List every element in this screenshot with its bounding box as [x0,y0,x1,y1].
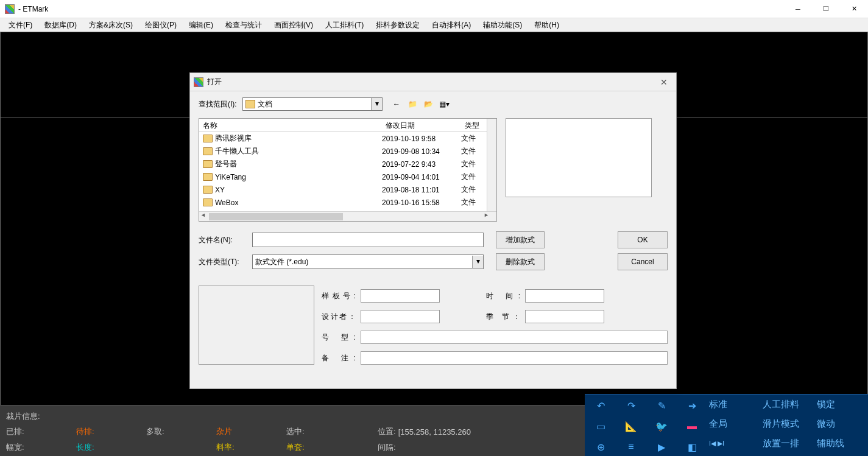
mode-placerow[interactable]: 放置一排 [760,438,814,449]
lookin-combo[interactable]: 文档 ▾ [242,97,383,111]
menu-aux[interactable]: 辅助功能(S) [477,19,528,32]
col-name[interactable]: 名称 [199,119,382,132]
tool-icon-grid: ↶ ↷ ✎ ➔ ▭ 📐 🐦 ▬ ⊕ ≡ ▶ ◧ [585,395,707,456]
up-icon[interactable]: 📁 [407,99,418,110]
maximize-button[interactable]: ☐ [812,0,840,18]
chevron-down-icon[interactable]: ▾ [472,256,483,268]
chevron-down-icon[interactable]: ▾ [371,98,382,110]
menu-scheme[interactable]: 方案&床次(S) [83,19,139,32]
status-title: 裁片信息: [6,411,40,422]
sample-label: 样板号: [322,291,356,301]
mode-micro[interactable]: 微动 [814,418,868,430]
viewmode-icon[interactable]: ▦▾ [439,99,450,110]
sample-input[interactable] [361,289,440,303]
list-item[interactable]: 千牛懒人工具2019-09-08 10:34文件 [199,145,496,158]
stat-width: 幅宽: [6,442,76,453]
designer-input[interactable] [361,310,440,323]
dialog-titlebar: 打开 ✕ [190,73,676,91]
undo-icon[interactable]: ↶ [586,396,615,415]
mode-standard[interactable]: 标准 [707,399,760,410]
menu-manual[interactable]: 人工排料(T) [319,19,370,32]
folder-icon [203,186,213,194]
file-date: 2019-07-22 9:43 [382,160,461,169]
list-item[interactable]: YiKeTang2019-09-04 14:01文件 [199,170,496,183]
menu-database[interactable]: 数据库(D) [38,19,83,32]
horizontal-scrollbar[interactable] [199,211,496,221]
menu-plotter[interactable]: 绘图仪(P) [139,19,183,32]
filetype-combo[interactable]: 款式文件 (*.edu) ▾ [252,254,484,269]
add-style-button[interactable]: 增加款式 [496,231,545,248]
file-date: 2019-10-16 15:58 [382,198,461,207]
mode-guide[interactable]: 辅助线 [814,438,868,449]
back-icon[interactable]: ← [391,99,402,110]
measure-icon[interactable]: 📐 [616,416,646,436]
rect-icon[interactable]: ◧ [677,437,707,456]
file-date: 2019-09-04 14:01 [382,173,461,181]
layers-icon[interactable]: ≡ [616,437,646,456]
stat-pos-label: 位置: [378,426,396,437]
file-type: 文件 [461,172,485,182]
redo-icon[interactable]: ↷ [616,396,646,415]
season-label: 季 节： [486,312,520,322]
size-label: 号 型: [322,332,356,343]
file-name: YiKeTang [215,173,382,181]
brush-icon[interactable]: ✎ [647,396,676,415]
menu-check[interactable]: 检查与统计 [219,19,268,32]
vertical-scrollbar[interactable] [487,119,496,221]
col-date[interactable]: 修改日期 [382,119,461,132]
minimize-button[interactable]: ─ [784,0,812,18]
menu-auto[interactable]: 自动排料(A) [426,19,477,32]
designer-label: 设计者： [322,312,356,322]
file-type: 文件 [461,159,485,169]
time-label: 时 间: [486,291,520,301]
newfolder-icon[interactable]: 📂 [423,99,434,110]
list-item[interactable]: 腾讯影视库2019-10-19 9:58文件 [199,132,496,145]
filetype-value: 款式文件 (*.edu) [253,257,472,267]
cancel-button[interactable]: Cancel [618,253,668,270]
mode-lock[interactable]: 锁定 [814,399,868,410]
mode-labels: 标准 人工排料 锁定 全局 滑片模式 微动 I◀ ▶I 放置一排 辅助线 [707,395,868,456]
flag-icon[interactable]: ▶ [647,437,676,456]
bar-icon[interactable]: ▬ [677,416,707,436]
stat-placed: 已排: [6,426,76,437]
menu-edit[interactable]: 编辑(E) [183,19,219,32]
stat-misc: 杂片 [216,426,286,437]
file-name: 千牛懒人工具 [215,146,382,156]
file-name: XY [215,186,382,194]
menu-help[interactable]: 帮助(H) [528,19,565,32]
file-date: 2019-10-19 9:58 [382,135,461,143]
bird-icon[interactable]: 🐦 [647,416,676,436]
list-item[interactable]: XY2019-08-18 11:01文件 [199,183,496,196]
table-icon[interactable]: ▭ [586,416,615,436]
list-item[interactable]: 登号器2019-07-22 9:43文件 [199,158,496,170]
file-name: 腾讯影视库 [215,133,382,144]
close-button[interactable]: ✕ [840,0,868,18]
mode-slide[interactable]: 滑片模式 [760,418,814,430]
folder-icon [245,100,255,108]
file-list[interactable]: 名称 修改日期 类型 腾讯影视库2019-10-19 9:58文件千牛懒人工具2… [199,118,497,222]
size-input[interactable] [361,331,668,344]
remark-input[interactable] [361,351,668,365]
lookin-value: 文档 [258,99,371,110]
menu-file[interactable]: 文件(F) [2,19,38,32]
app-icon [5,4,15,14]
app-title: - ETMark [18,5,48,13]
mode-manual[interactable]: 人工排料 [760,399,814,410]
ok-button[interactable]: OK [618,231,668,248]
file-name: 登号器 [215,159,382,169]
menu-param[interactable]: 排料参数设定 [370,19,426,32]
right-panel: ↶ ↷ ✎ ➔ ▭ 📐 🐦 ▬ ⊕ ≡ ▶ ◧ 标准 人工排料 锁定 全局 滑片… [585,394,868,456]
filename-input[interactable] [252,233,484,247]
delete-style-button[interactable]: 删除款式 [496,253,545,270]
time-input[interactable] [525,289,604,303]
dialog-title: 打开 [207,77,222,87]
dialog-close-button[interactable]: ✕ [652,73,676,91]
season-input[interactable] [525,310,604,323]
folder-icon [203,198,213,206]
menu-view[interactable]: 画面控制(V) [268,19,319,32]
list-item[interactable]: WeBox2019-10-16 15:58文件 [199,196,496,209]
arrow-icon[interactable]: ➔ [677,396,707,415]
col-type[interactable]: 类型 [461,119,485,132]
zoom-icon[interactable]: ⊕ [586,437,615,456]
mode-global[interactable]: 全局 [707,418,760,430]
